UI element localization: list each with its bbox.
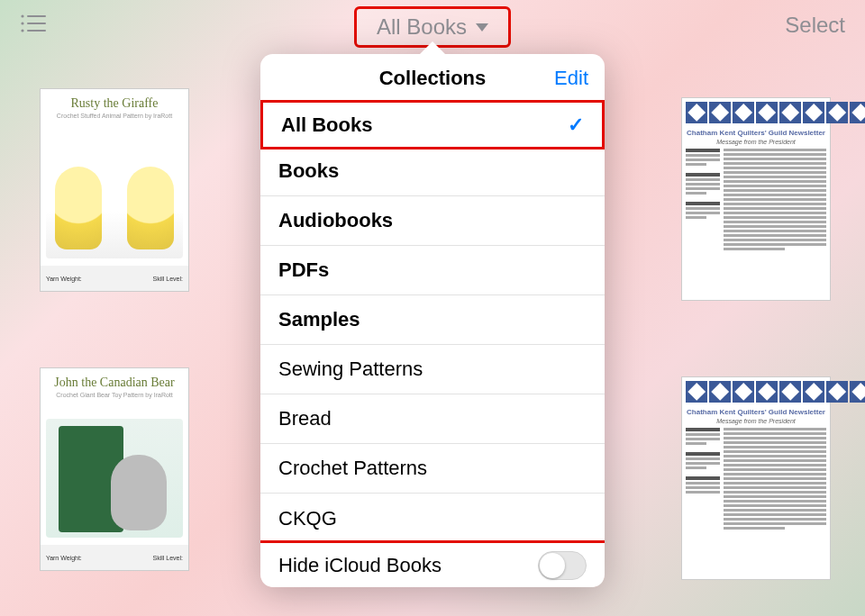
edit-button[interactable]: Edit [554, 67, 588, 90]
book-meta-left: Yarn Weight: [46, 555, 82, 561]
book-footer: Yarn Weight: Skill Level: [41, 545, 188, 570]
doc-ornament [682, 377, 830, 406]
collections-row-label: Books [278, 159, 339, 183]
collections-row-label: Bread [278, 407, 332, 430]
collections-row-label: Samples [278, 308, 360, 331]
collections-row-label: All Books [281, 113, 372, 137]
book-thumb[interactable]: John the Canadian Bear Crochet Giant Bea… [40, 367, 189, 571]
collections-row-label: CKQG [278, 507, 337, 530]
collections-row-label: PDFs [278, 258, 329, 282]
collections-row[interactable]: Samples [260, 295, 605, 345]
hide-icloud-switch[interactable] [538, 551, 587, 580]
list-view-icon[interactable] [20, 13, 47, 34]
doc-body [682, 424, 830, 535]
book-subtitle: Crochet Stuffed Animal Pattern by IraRot… [41, 113, 188, 124]
book-title: Rusty the Giraffe [41, 89, 188, 113]
book-subtitle: Crochet Giant Bear Toy Pattern by IraRot… [41, 392, 188, 403]
hide-icloud-row: Hide iCloud Books [260, 540, 605, 587]
collections-row[interactable]: CKQG [260, 494, 605, 543]
doc-section-title: Message from the President [682, 418, 830, 424]
collections-filter-label: All Books [377, 14, 467, 40]
book-title: John the Canadian Bear [41, 368, 188, 392]
doc-section-title: Message from the President [682, 139, 830, 145]
check-icon: ✓ [568, 113, 584, 137]
book-thumb[interactable]: Chatham Kent Quilters' Guild Newsletter … [681, 97, 831, 301]
hide-icloud-label: Hide iCloud Books [278, 554, 442, 577]
collections-row-label: Crochet Patterns [278, 457, 427, 480]
collections-row[interactable]: Books [260, 147, 605, 196]
select-button[interactable]: Select [785, 13, 845, 38]
book-thumb[interactable]: Chatham Kent Quilters' Guild Newsletter … [681, 376, 831, 580]
popover-header: Collections Edit [260, 54, 605, 103]
collections-row[interactable]: Bread [260, 394, 605, 444]
collections-row[interactable]: PDFs [260, 246, 605, 295]
book-footer: Yarn Weight: Skill Level: [41, 266, 188, 291]
collections-popover: Collections Edit All Books✓BooksAudioboo… [260, 54, 605, 587]
book-thumb[interactable]: Rusty the Giraffe Crochet Stuffed Animal… [40, 88, 189, 292]
collections-row[interactable]: Crochet Patterns [260, 444, 605, 494]
book-meta-left: Yarn Weight: [46, 276, 82, 282]
popover-title: Collections [379, 67, 487, 90]
book-meta-right: Skill Level: [153, 276, 183, 282]
doc-body [682, 145, 830, 256]
doc-title: Chatham Kent Quilters' Guild Newsletter [686, 129, 826, 137]
collections-row-label: Sewing Patterns [278, 358, 423, 381]
book-meta-right: Skill Level: [153, 555, 183, 561]
book-image [46, 419, 183, 538]
chevron-down-icon [476, 23, 488, 32]
svg-point-2 [21, 22, 23, 24]
doc-head: Chatham Kent Quilters' Guild Newsletter [682, 406, 830, 418]
collections-row-label: Audiobooks [278, 209, 393, 232]
svg-point-4 [21, 29, 23, 32]
doc-ornament [682, 98, 830, 127]
book-image [46, 140, 183, 258]
collections-row[interactable]: All Books✓ [260, 100, 605, 149]
doc-head: Chatham Kent Quilters' Guild Newsletter [682, 127, 830, 139]
doc-title: Chatham Kent Quilters' Guild Newsletter [686, 408, 826, 416]
svg-point-0 [21, 14, 23, 17]
collections-row[interactable]: Sewing Patterns [260, 345, 605, 394]
collections-row[interactable]: Audiobooks [260, 196, 605, 246]
